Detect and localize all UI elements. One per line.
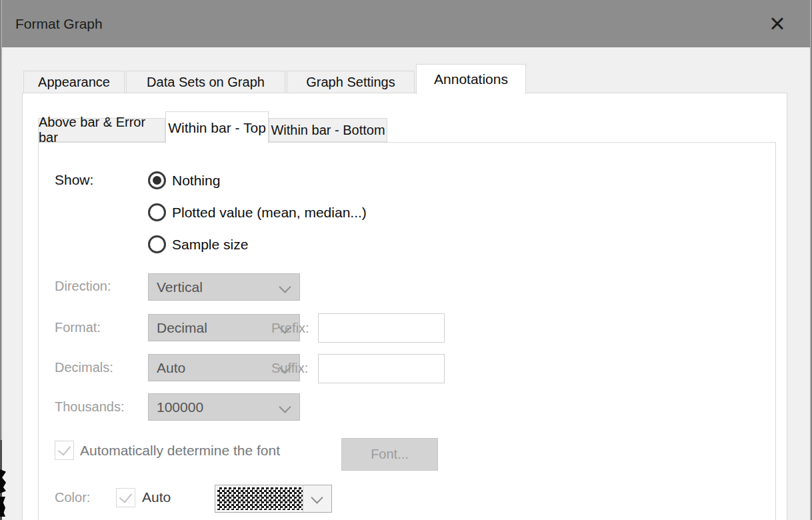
- radio-option-label: Sample size: [172, 237, 248, 253]
- checkmark-icon: [119, 489, 132, 503]
- auto-font-label: Automatically determine the font: [80, 443, 280, 459]
- decimals-label: Decimals:: [55, 360, 113, 375]
- subtab-label: Within bar - Top: [168, 120, 266, 136]
- color-label: Color:: [55, 490, 90, 505]
- prefix-label: Prefix:: [271, 321, 309, 336]
- tab-graph-settings[interactable]: Graph Settings: [287, 71, 415, 93]
- format-label: Format:: [55, 320, 101, 335]
- tab-label: Data Sets on Graph: [147, 75, 265, 90]
- chevron-down-icon: [279, 401, 291, 413]
- font-button[interactable]: Font...: [341, 438, 438, 471]
- color-swatch-pattern: [217, 487, 303, 510]
- radio-button-icon[interactable]: [148, 171, 166, 189]
- tab-data-sets-on-graph[interactable]: Data Sets on Graph: [126, 71, 285, 93]
- direction-value: Vertical: [157, 274, 203, 300]
- tab-label: Graph Settings: [306, 75, 395, 90]
- subtab-within-bar-bottom[interactable]: Within bar - Bottom: [269, 118, 387, 142]
- decimals-value: Auto: [157, 355, 185, 381]
- subtab-label: Within bar - Bottom: [271, 123, 385, 138]
- tab-label: Appearance: [38, 75, 110, 90]
- tab-label: Annotations: [434, 71, 508, 87]
- radio-option-label: Nothing: [172, 173, 220, 189]
- color-dropdown[interactable]: [215, 485, 332, 513]
- color-auto-checkbox[interactable]: [116, 488, 135, 507]
- format-value: Decimal: [157, 315, 207, 341]
- radio-button-icon[interactable]: [148, 203, 166, 221]
- color-auto-label: Auto: [142, 489, 171, 505]
- title-bar: Format Graph ×: [0, 0, 812, 47]
- tab-appearance[interactable]: Appearance: [23, 71, 125, 93]
- thousands-label: Thousands:: [55, 399, 125, 415]
- thousands-value: 100000: [157, 394, 203, 420]
- tab-annotations[interactable]: Annotations: [416, 64, 526, 94]
- prefix-input[interactable]: [318, 313, 445, 343]
- radio-option-nothing[interactable]: Nothing: [148, 171, 220, 189]
- font-button-label: Font...: [371, 447, 409, 462]
- radio-option-sample-size[interactable]: Sample size: [148, 235, 248, 253]
- radio-option-plotted-value[interactable]: Plotted value (mean, median...): [148, 203, 367, 221]
- direction-dropdown[interactable]: Vertical: [148, 273, 300, 301]
- background-window-fragment: [0, 469, 6, 493]
- subtab-above-bar-error-bar[interactable]: Above bar & Error bar: [38, 118, 165, 142]
- suffix-label: Suffix:: [271, 361, 308, 376]
- background-window-fragment: [0, 497, 5, 517]
- chevron-down-icon: [311, 491, 323, 503]
- auto-font-checkbox[interactable]: [55, 441, 74, 460]
- chevron-down-icon: [279, 281, 291, 293]
- subtab-within-bar-top[interactable]: Within bar - Top: [165, 111, 269, 143]
- show-label: Show:: [55, 172, 93, 188]
- radio-option-label: Plotted value (mean, median...): [172, 205, 367, 221]
- direction-label: Direction:: [55, 279, 111, 294]
- checkmark-icon: [58, 442, 71, 455]
- subtab-label: Above bar & Error bar: [39, 115, 165, 145]
- format-graph-dialog: Format Graph × Appearance Data Sets on G…: [0, 0, 812, 520]
- radio-button-icon[interactable]: [148, 235, 166, 253]
- suffix-input[interactable]: [318, 354, 445, 383]
- dialog-title: Format Graph: [15, 0, 103, 47]
- thousands-dropdown[interactable]: 100000: [148, 393, 300, 421]
- color-dropdown-button[interactable]: [303, 485, 331, 512]
- close-icon[interactable]: ×: [759, 0, 796, 47]
